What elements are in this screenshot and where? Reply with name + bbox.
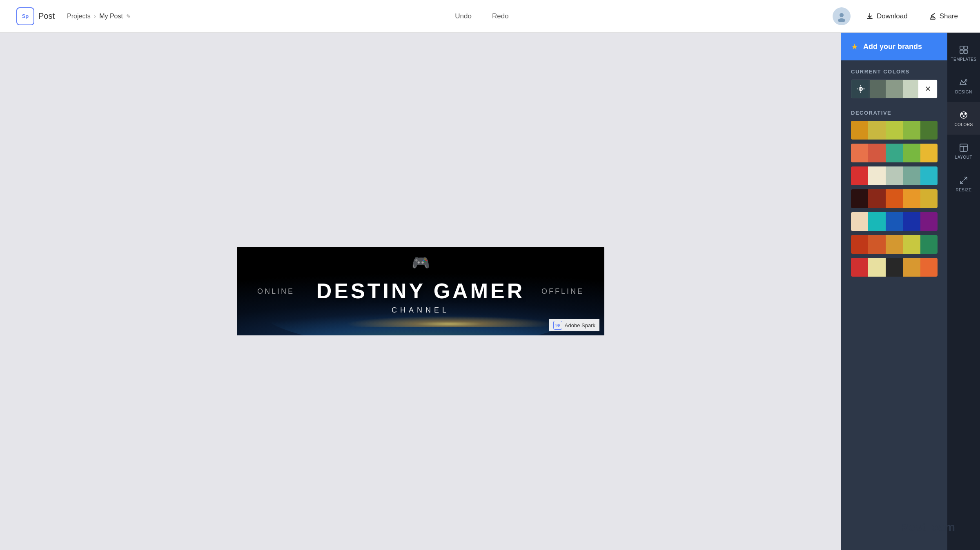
sidebar-item-colors[interactable]: COLORS (947, 102, 980, 135)
topbar-center: Undo Redo (131, 12, 833, 20)
avatar-button[interactable] (833, 7, 851, 25)
swatch (920, 235, 938, 254)
brand-header[interactable]: ★ Add your brands (841, 33, 947, 60)
swatch (851, 258, 868, 277)
redo-button[interactable]: Redo (492, 12, 509, 20)
svg-rect-9 (960, 46, 963, 49)
swatch (851, 189, 868, 208)
swatch (886, 235, 903, 254)
decorative-label: DECORATIVE (841, 106, 947, 121)
colors-label: COLORS (954, 122, 973, 127)
swatch (886, 121, 903, 140)
canvas-main-title: DESTINY GAMER (316, 279, 525, 303)
swatch (920, 212, 938, 231)
swatch (886, 189, 903, 208)
canvas-offline-text: OFFLINE (541, 287, 584, 296)
logo-area: Sp Post (16, 7, 55, 25)
palette-close-button[interactable]: ✕ (918, 80, 937, 98)
swatch (868, 166, 885, 185)
palette-row-1[interactable] (851, 121, 938, 140)
swatch (903, 235, 920, 254)
swatch (920, 144, 938, 162)
swatch (903, 212, 920, 231)
swatch (920, 121, 938, 140)
swatch (886, 258, 903, 277)
svg-point-17 (963, 115, 964, 117)
resize-label: RESIZE (956, 188, 971, 192)
swatch (868, 189, 885, 208)
svg-point-16 (965, 113, 966, 114)
watermark-text: Adobe Spark (565, 322, 595, 328)
swatch (886, 212, 903, 231)
svg-point-4 (860, 88, 862, 90)
share-label: Share (940, 12, 958, 20)
swatch (851, 121, 868, 140)
share-button[interactable]: Share (923, 9, 964, 24)
breadcrumb: Projects › My Post ✎ (67, 13, 131, 20)
svg-point-13 (965, 80, 967, 81)
current-swatch-3 (886, 80, 903, 98)
undo-button[interactable]: Undo (455, 12, 472, 20)
svg-point-15 (962, 113, 963, 114)
current-swatch-2 (869, 80, 886, 98)
layout-label: LAYOUT (955, 155, 972, 160)
app-title: Post (38, 11, 55, 21)
brand-star-icon: ★ (851, 42, 858, 51)
watermark-logo: Sp (553, 321, 562, 330)
icon-sidebar: TEMPLATES DESIGN COLORS (947, 33, 980, 550)
palette-row-2[interactable] (851, 144, 938, 162)
swatch (851, 144, 868, 162)
sidebar-item-design[interactable]: DESIGN (947, 69, 980, 102)
current-palette[interactable]: ✕ (851, 80, 938, 98)
swatch (851, 212, 868, 231)
current-swatch-4 (903, 80, 920, 98)
breadcrumb-parent[interactable]: Projects (67, 13, 91, 20)
sidebar-item-layout[interactable]: LAYOUT (947, 135, 980, 167)
swatch (851, 235, 868, 254)
logo-icon: Sp (16, 7, 34, 25)
breadcrumb-sep: › (94, 13, 96, 20)
swatch (903, 189, 920, 208)
download-label: Download (877, 12, 908, 20)
templates-label: TEMPLATES (951, 57, 976, 62)
canvas-area: 🎮 ONLINE OFFLINE DESTINY GAMER CHANNEL S… (0, 33, 841, 550)
swatch (868, 212, 885, 231)
svg-point-1 (838, 18, 845, 22)
palette-row-6[interactable] (851, 235, 938, 254)
sidebar-item-templates[interactable]: TEMPLATES (947, 37, 980, 69)
swatch (903, 121, 920, 140)
palette-row-4[interactable] (851, 189, 938, 208)
canvas-online-text: ONLINE (257, 287, 294, 296)
design-label: DESIGN (955, 90, 972, 94)
svg-point-0 (840, 13, 844, 17)
swatch (920, 166, 938, 185)
design-canvas[interactable]: 🎮 ONLINE OFFLINE DESTINY GAMER CHANNEL S… (237, 247, 604, 335)
breadcrumb-current: My Post (99, 13, 123, 20)
swatch (868, 144, 885, 162)
palette-row-5[interactable] (851, 212, 938, 231)
swatch (920, 258, 938, 277)
svg-rect-11 (960, 50, 963, 53)
sidebar-item-resize[interactable]: RESIZE (947, 167, 980, 200)
download-button[interactable]: Download (860, 9, 913, 24)
palette-settings-button[interactable] (851, 80, 870, 98)
svg-rect-10 (964, 46, 967, 49)
swatch (886, 166, 903, 185)
edit-icon[interactable]: ✎ (126, 13, 131, 20)
swatch (903, 166, 920, 185)
canvas-watermark: Sp Adobe Spark (549, 319, 599, 331)
sidebar-panel: ★ Add your brands CURRENT COLORS (841, 33, 947, 550)
swatch (920, 189, 938, 208)
canvas-subtitle: CHANNEL (392, 306, 450, 315)
svg-rect-2 (930, 18, 935, 19)
palette-row-7[interactable] (851, 258, 938, 277)
swatch (851, 166, 868, 185)
restream-watermark: Restream (900, 521, 956, 534)
swatch (868, 235, 885, 254)
topbar-right: Download Share (833, 7, 964, 25)
palette-row-3[interactable] (851, 166, 938, 185)
swatch (903, 144, 920, 162)
svg-rect-12 (964, 50, 967, 53)
swatch (903, 258, 920, 277)
right-sidebar: ★ Add your brands CURRENT COLORS (841, 33, 980, 550)
